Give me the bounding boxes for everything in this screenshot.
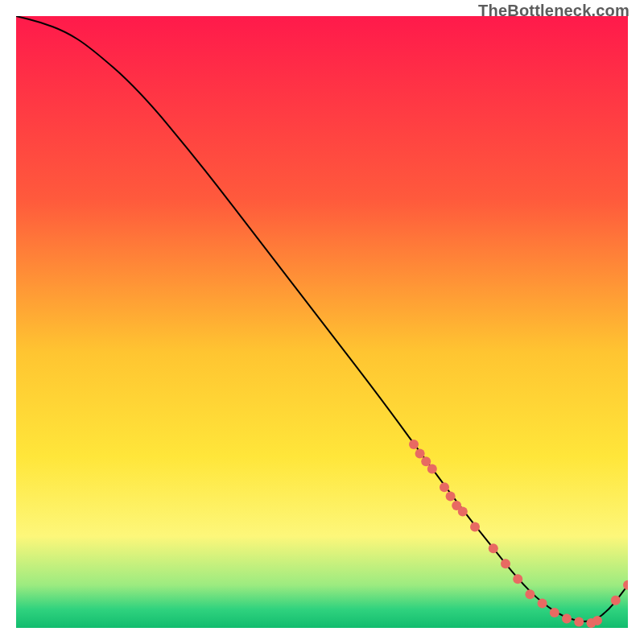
marker-dot (611, 596, 621, 605)
marker-dot (446, 492, 456, 502)
marker-dot (525, 589, 535, 599)
marker-dot (513, 574, 522, 584)
chart-plot-area (16, 16, 628, 628)
marker-dot (440, 482, 449, 492)
marker-dot (562, 614, 572, 624)
marker-dot (592, 616, 602, 625)
marker-dot (409, 440, 419, 449)
marker-dot (427, 464, 437, 473)
marker-dot (489, 543, 498, 553)
marker-dot (574, 617, 584, 626)
chart-svg (16, 16, 628, 628)
marker-dot (550, 608, 559, 617)
marker-dot (501, 559, 510, 568)
marker-dot (458, 507, 468, 517)
chart-stage: TheBottleneck.com (0, 0, 644, 644)
marker-dot (415, 448, 425, 458)
marker-dot (538, 599, 547, 609)
marker-dot (470, 522, 480, 532)
